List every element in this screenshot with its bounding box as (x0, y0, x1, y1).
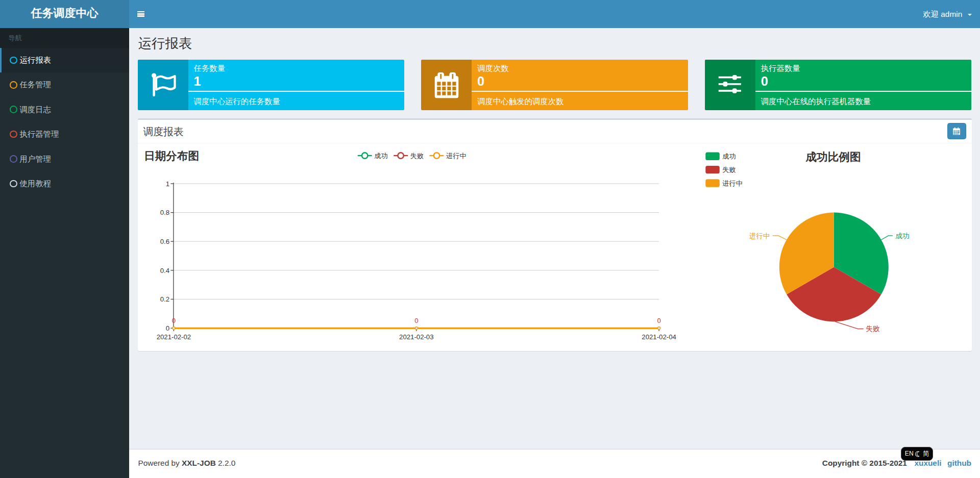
svg-text:失败: 失败 (410, 152, 423, 159)
svg-text:0: 0 (165, 324, 169, 332)
svg-text:失败: 失败 (722, 166, 736, 173)
svg-text:成功: 成功 (895, 232, 909, 239)
svg-text:日期分布图: 日期分布图 (144, 149, 199, 162)
svg-text:0: 0 (172, 316, 175, 324)
svg-text:0: 0 (657, 316, 660, 324)
svg-text:2021-02-04: 2021-02-04 (642, 333, 676, 340)
svg-text:0.4: 0.4 (160, 266, 169, 274)
svg-text:0.2: 0.2 (160, 295, 169, 303)
svg-text:2021-02-03: 2021-02-03 (399, 333, 433, 340)
svg-text:进行中: 进行中 (749, 232, 770, 239)
svg-text:进行中: 进行中 (446, 152, 467, 159)
svg-text:0.8: 0.8 (160, 209, 169, 216)
svg-text:失败: 失败 (866, 325, 880, 333)
svg-text:0.6: 0.6 (160, 238, 169, 245)
svg-text:成功: 成功 (374, 152, 387, 159)
svg-text:1: 1 (165, 180, 169, 187)
svg-text:0: 0 (414, 316, 418, 324)
svg-text:成功比例图: 成功比例图 (805, 150, 861, 163)
svg-text:进行中: 进行中 (722, 179, 743, 187)
svg-text:成功: 成功 (722, 153, 736, 160)
svg-text:2021-02-02: 2021-02-02 (156, 333, 190, 340)
